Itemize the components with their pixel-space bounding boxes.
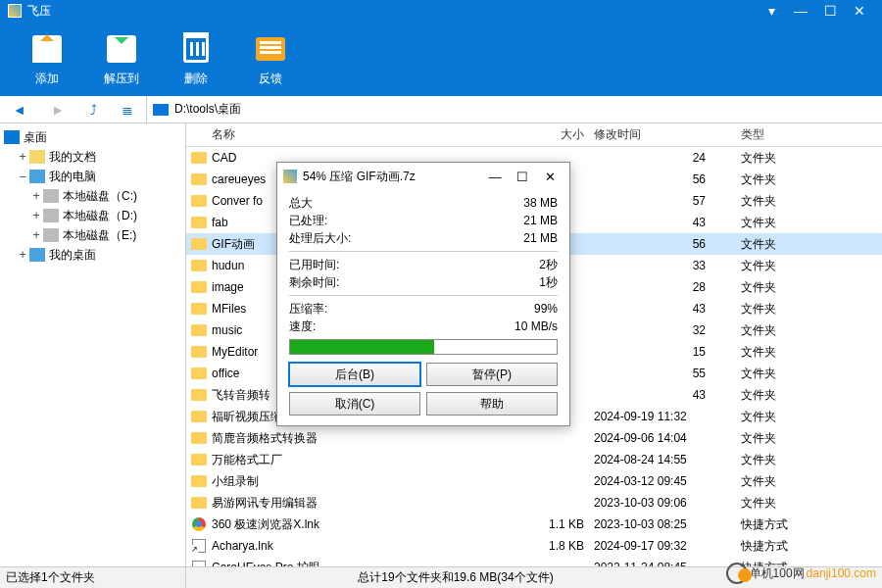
tree-documents[interactable]: +我的文档 bbox=[2, 147, 183, 167]
file-row[interactable]: 万能格式工厂2024-08-24 14:55文件夹 bbox=[186, 449, 882, 470]
dialog-close-button[interactable]: ✕ bbox=[536, 170, 564, 184]
dialog-titlebar[interactable]: 54% 压缩 GIF动画.7z — ☐ ✕ bbox=[277, 163, 569, 190]
titlebar: 飞压 ▾ — ☐ ✕ bbox=[0, 0, 882, 22]
pause-button[interactable]: 暂停(P) bbox=[426, 363, 558, 386]
file-size: 1.8 KB bbox=[515, 539, 594, 553]
folder-icon bbox=[191, 411, 207, 422]
processed-label: 已处理: bbox=[289, 213, 387, 229]
add-button[interactable]: 添加 bbox=[29, 31, 65, 87]
col-type[interactable]: 类型 bbox=[741, 126, 882, 143]
file-row[interactable]: Acharya.lnk1.8 KB2024-09-17 09:32快捷方式 bbox=[186, 535, 882, 557]
file-row[interactable]: 易游网讯专用编辑器2023-10-03 09:06文件夹 bbox=[186, 492, 882, 514]
watermark: 单机100网 danji100.com bbox=[726, 563, 876, 584]
col-size[interactable]: 大小 bbox=[515, 126, 594, 143]
ratio-label: 压缩率: bbox=[289, 301, 387, 318]
file-mtime: 2022-11-24 08:45 bbox=[594, 561, 741, 566]
minimize-button[interactable]: — bbox=[786, 3, 815, 19]
folder-icon bbox=[191, 324, 207, 336]
file-mtime: 43 bbox=[594, 388, 741, 402]
close-button[interactable]: ✕ bbox=[845, 3, 874, 19]
file-mtime: 24 bbox=[594, 151, 741, 165]
file-type: 快捷方式 bbox=[741, 538, 882, 555]
file-mtime: 2024-09-19 11:32 bbox=[594, 410, 741, 423]
file-size: 1.1 KB bbox=[515, 517, 594, 531]
address-bar[interactable] bbox=[147, 96, 882, 122]
status-selection: 已选择1个文件夹 bbox=[0, 567, 186, 588]
tree-disk-d[interactable]: +本地磁盘（D:) bbox=[2, 206, 183, 225]
feedback-button[interactable]: 反馈 bbox=[253, 31, 288, 87]
delete-label: 删除 bbox=[184, 71, 208, 87]
tree-disk-e[interactable]: +本地磁盘（E:) bbox=[2, 225, 183, 245]
tree-desktop[interactable]: 桌面 bbox=[2, 127, 183, 147]
address-input[interactable] bbox=[174, 103, 876, 117]
file-type: 文件夹 bbox=[741, 409, 882, 425]
folder-icon bbox=[191, 217, 207, 228]
folder-icon bbox=[191, 497, 207, 509]
watermark-url: danji100.com bbox=[807, 566, 876, 580]
add-icon bbox=[32, 35, 62, 63]
tree-panel[interactable]: 桌面 +我的文档 −我的电脑 +本地磁盘（C:) +本地磁盘（D:) +本地磁盘… bbox=[0, 123, 186, 566]
computer-icon bbox=[29, 170, 45, 183]
total-size-value: 38 MB bbox=[387, 196, 558, 210]
background-button[interactable]: 后台(B) bbox=[289, 363, 420, 386]
file-type: 文件夹 bbox=[741, 495, 882, 512]
collapse-icon[interactable]: − bbox=[16, 170, 29, 183]
file-type: 文件夹 bbox=[741, 301, 882, 318]
dialog-maximize-button[interactable]: ☐ bbox=[509, 170, 536, 184]
expand-icon[interactable]: + bbox=[16, 248, 29, 262]
menu-dropdown-icon[interactable]: ▾ bbox=[757, 3, 786, 19]
file-row[interactable]: 简鹿音频格式转换器2024-09-06 14:04文件夹 bbox=[186, 427, 882, 449]
forward-icon[interactable]: ► bbox=[51, 102, 65, 118]
status-summary: 总计19个文件夹和19.6 MB(34个文件) bbox=[186, 569, 725, 586]
help-button[interactable]: 帮助 bbox=[426, 392, 558, 416]
file-mtime: 2024-09-17 09:32 bbox=[594, 539, 741, 553]
view-icon[interactable]: ≣ bbox=[122, 102, 133, 118]
expand-icon[interactable]: + bbox=[29, 228, 43, 242]
file-type: 快捷方式 bbox=[741, 516, 882, 533]
back-icon[interactable]: ◄ bbox=[13, 102, 26, 118]
main-toolbar: 添加 解压到 删除 反馈 bbox=[0, 22, 882, 96]
col-name[interactable]: 名称 bbox=[212, 126, 515, 143]
up-icon[interactable]: ⤴ bbox=[90, 102, 97, 118]
total-size-label: 总大 bbox=[289, 195, 387, 212]
file-mtime: 32 bbox=[594, 323, 741, 337]
browser-icon bbox=[192, 517, 206, 531]
ratio-value: 99% bbox=[387, 302, 558, 316]
tree-computer[interactable]: −我的电脑 bbox=[2, 167, 183, 186]
file-type: 文件夹 bbox=[741, 430, 882, 447]
maximize-button[interactable]: ☐ bbox=[815, 3, 845, 19]
after-label: 处理后大小: bbox=[289, 230, 387, 247]
cancel-button[interactable]: 取消(C) bbox=[289, 392, 420, 416]
file-row[interactable]: 360 极速浏览器X.lnk1.1 KB2023-10-03 08:25快捷方式 bbox=[186, 514, 882, 535]
file-type: 文件夹 bbox=[741, 236, 882, 253]
file-type: 文件夹 bbox=[741, 258, 882, 274]
file-mtime: 43 bbox=[594, 302, 741, 316]
extract-label: 解压到 bbox=[104, 71, 139, 87]
col-mtime[interactable]: 修改时间 bbox=[594, 126, 741, 143]
folder-icon bbox=[191, 432, 207, 444]
disk-icon bbox=[43, 209, 59, 222]
delete-button[interactable]: 删除 bbox=[178, 31, 214, 87]
expand-icon[interactable]: + bbox=[29, 209, 43, 222]
expand-icon[interactable]: + bbox=[29, 189, 43, 203]
remaining-label: 剩余时间: bbox=[289, 274, 387, 291]
dialog-minimize-button[interactable]: — bbox=[481, 170, 509, 184]
file-name: Acharya.lnk bbox=[212, 539, 515, 553]
extract-button[interactable]: 解压到 bbox=[104, 31, 139, 87]
column-header[interactable]: 名称 大小 修改时间 类型 bbox=[186, 123, 882, 147]
file-mtime: 56 bbox=[594, 237, 741, 251]
nav-icons: ◄ ► ⤴ ≣ bbox=[0, 96, 147, 122]
expand-icon[interactable]: + bbox=[16, 150, 29, 164]
folder-icon bbox=[191, 281, 207, 293]
tree-mydesktop[interactable]: +我的桌面 bbox=[2, 245, 183, 265]
feedback-label: 反馈 bbox=[259, 71, 282, 87]
file-mtime: 33 bbox=[594, 259, 741, 272]
file-mtime: 2023-10-03 09:06 bbox=[594, 496, 741, 510]
folder-icon bbox=[191, 475, 207, 487]
app-title: 飞压 bbox=[27, 3, 757, 20]
file-mtime: 28 bbox=[594, 280, 741, 294]
watermark-icon bbox=[726, 563, 748, 584]
file-row[interactable]: 小组录制2024-03-12 09:45文件夹 bbox=[186, 470, 882, 492]
tree-disk-c[interactable]: +本地磁盘（C:) bbox=[2, 186, 183, 206]
file-type: 文件夹 bbox=[741, 193, 882, 210]
